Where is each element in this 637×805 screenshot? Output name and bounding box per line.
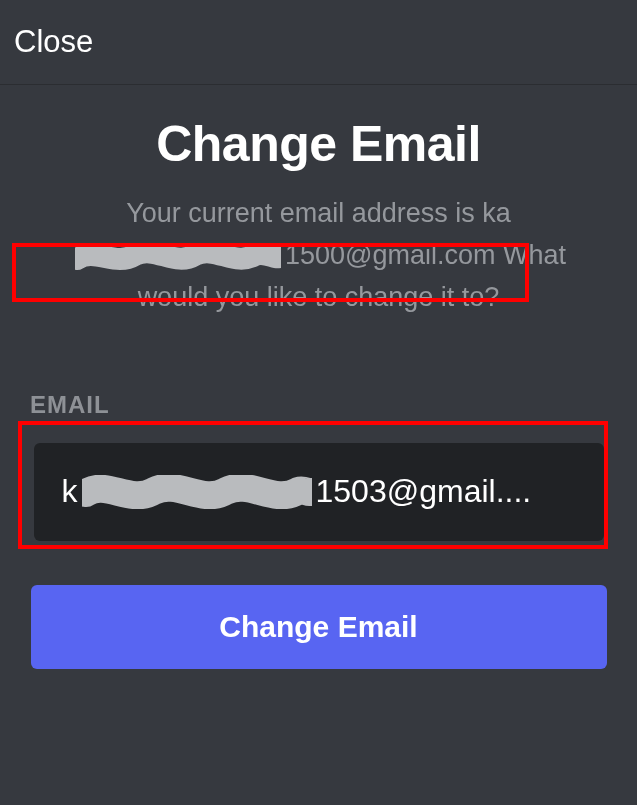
subtitle: Your current email address is ka1500@gma… [30, 193, 607, 319]
close-button[interactable]: Close [14, 24, 93, 60]
page-title: Change Email [30, 115, 607, 173]
topbar: Close [0, 0, 637, 85]
email-value-suffix: 1503@gmail.... [316, 473, 532, 510]
content: Change Email Your current email address … [0, 85, 637, 669]
email-form: EMAIL k1503@gmail.... [30, 391, 607, 541]
redaction-mark-icon [82, 475, 312, 509]
email-label: EMAIL [30, 391, 607, 419]
email-input[interactable]: k1503@gmail.... [34, 443, 604, 541]
current-email-suffix: 1500@gmail.com [285, 240, 496, 270]
redaction-mark-icon [75, 243, 281, 271]
change-email-button[interactable]: Change Email [31, 585, 607, 669]
current-email-prefix: ka [482, 198, 511, 228]
email-value-prefix: k [62, 473, 78, 510]
email-input-value: k1503@gmail.... [62, 473, 532, 510]
subtitle-line1: Your current email address is [126, 198, 482, 228]
